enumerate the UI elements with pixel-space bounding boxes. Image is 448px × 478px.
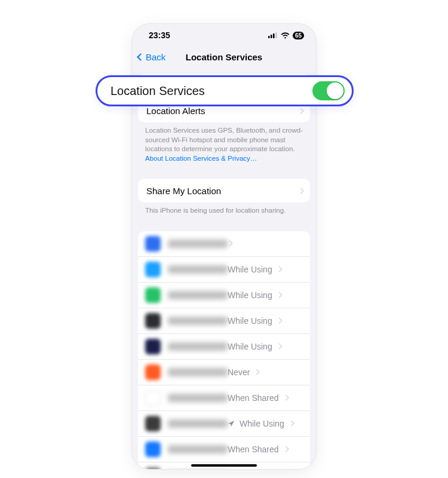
app-row[interactable]: While Using [138, 410, 310, 436]
chevron-right-icon [227, 241, 233, 247]
status-right: 65 [268, 32, 304, 39]
app-icon [145, 390, 161, 406]
nav-header: Back Location Services [132, 47, 316, 67]
home-indicator [191, 464, 257, 467]
app-status: While Using [228, 419, 293, 428]
app-icon [145, 339, 161, 354]
app-name-blurred [168, 394, 228, 402]
chevron-right-icon [298, 108, 304, 114]
chevron-right-icon [283, 395, 289, 401]
chevron-right-icon [276, 292, 282, 298]
wifi-icon [281, 32, 290, 39]
chevron-right-icon [276, 318, 282, 324]
app-icon [145, 416, 161, 431]
chevron-right-icon [298, 188, 304, 194]
page-title: Location Services [186, 52, 262, 62]
app-status: While Using [228, 290, 281, 300]
chevron-left-icon [137, 53, 145, 61]
app-status [228, 241, 232, 246]
app-status: Never [228, 367, 259, 377]
back-button[interactable]: Back [138, 47, 165, 67]
app-name-blurred [168, 445, 228, 454]
app-row[interactable]: Never [138, 359, 310, 385]
app-status-label: Never [228, 367, 250, 377]
app-status: While Using [228, 316, 281, 326]
app-icon [145, 287, 161, 303]
app-row[interactable]: While Using [138, 308, 310, 333]
app-name-blurred [168, 368, 228, 376]
app-status: While Using [228, 265, 281, 274]
footnote-location: Location Services uses GPS, Bluetooth, a… [132, 122, 316, 166]
app-icon [145, 364, 161, 380]
app-status: While Using [228, 342, 281, 351]
row-share-location[interactable]: Share My Location [138, 179, 310, 203]
app-row[interactable] [138, 231, 310, 256]
app-icon [145, 442, 161, 457]
app-name-blurred [168, 291, 228, 299]
highlight-toggle[interactable] [312, 81, 345, 100]
status-bar: 23:35 65 [132, 24, 316, 47]
about-location-link[interactable]: About Location Services & Privacy… [145, 155, 257, 162]
app-status-label: While Using [228, 342, 272, 351]
app-status-label: While Using [228, 265, 272, 274]
row-share-label: Share My Location [146, 186, 221, 196]
svg-rect-1 [271, 35, 272, 38]
battery-icon: 65 [293, 32, 304, 39]
location-arrow-icon [228, 420, 235, 427]
app-row[interactable]: When Shared [138, 436, 310, 462]
row-location-alerts-label: Location Alerts [146, 106, 205, 116]
app-status-label: While Using [228, 316, 272, 326]
cellular-icon [268, 32, 278, 38]
app-row[interactable]: While Using [138, 333, 310, 359]
back-label: Back [146, 52, 165, 62]
canvas: 23:35 65 Back Location Services [0, 0, 448, 478]
app-status-label: While Using [228, 290, 272, 300]
app-row[interactable]: When Shared [138, 385, 310, 410]
app-status-label: When Shared [228, 393, 279, 403]
chevron-right-icon [288, 421, 294, 427]
highlight-location-services: Location Services [96, 75, 354, 106]
app-icon [145, 236, 161, 252]
app-name-blurred [168, 240, 228, 248]
footnote-text: Location Services uses GPS, Bluetooth, a… [145, 127, 303, 152]
app-status-label: When Shared [228, 445, 279, 454]
footnote-share: This iPhone is being used for location s… [132, 203, 316, 218]
svg-rect-0 [268, 36, 270, 38]
toggle-knob [327, 82, 343, 99]
chevron-right-icon [254, 369, 260, 375]
chevron-right-icon [276, 344, 282, 350]
app-icon [145, 313, 161, 329]
app-name-blurred [168, 317, 228, 325]
app-status-label: While Using [240, 419, 284, 428]
highlight-label: Location Services [111, 84, 205, 98]
status-time: 23:35 [149, 30, 170, 40]
app-icon [145, 467, 161, 469]
svg-rect-3 [275, 32, 277, 38]
app-status: When Shared [228, 393, 288, 403]
app-row[interactable]: While Using [138, 282, 310, 308]
app-name-blurred [168, 419, 228, 428]
app-name-blurred [168, 265, 228, 274]
app-status: When Shared [228, 445, 288, 454]
chevron-right-icon [276, 266, 282, 272]
app-list: While UsingWhile UsingWhile UsingWhile U… [138, 231, 310, 469]
chevron-right-icon [283, 446, 289, 452]
svg-rect-2 [273, 33, 275, 38]
group-share: Share My Location [138, 179, 310, 203]
app-name-blurred [168, 342, 228, 351]
app-row[interactable]: While Using [138, 256, 310, 282]
app-icon [145, 262, 161, 277]
